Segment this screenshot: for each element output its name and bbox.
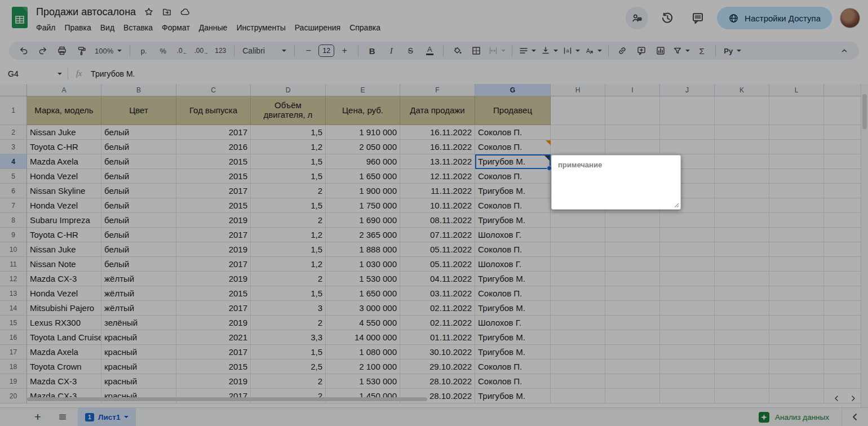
cell-empty[interactable] — [824, 316, 861, 330]
cell-D15[interactable]: 2 — [251, 316, 326, 330]
cell-empty[interactable] — [551, 257, 605, 272]
cell-C5[interactable]: 2015 — [176, 169, 251, 184]
cell-empty[interactable] — [824, 360, 861, 374]
cell-A13[interactable]: Honda Vezel — [27, 286, 101, 301]
cell-empty[interactable] — [824, 213, 861, 228]
cell-empty[interactable] — [715, 184, 769, 198]
cell-F9[interactable]: 07.11.2022 — [400, 228, 475, 242]
font-size-input[interactable]: 12 — [318, 45, 334, 57]
cell-empty[interactable] — [551, 330, 605, 345]
column-header-B[interactable]: B — [101, 84, 176, 96]
cell-empty[interactable] — [551, 360, 605, 374]
cell-G17[interactable]: Тригубов М. — [475, 345, 551, 360]
menu-view[interactable]: Вид — [96, 21, 119, 34]
cell-A8[interactable]: Subaru Impreza — [27, 213, 101, 228]
cell-empty[interactable] — [660, 257, 715, 272]
scroll-right-icon[interactable] — [850, 394, 857, 402]
cell-empty[interactable] — [605, 374, 660, 389]
cell-C20[interactable]: 2017 — [176, 389, 251, 403]
cell-E1[interactable]: Цена, руб. — [326, 96, 400, 125]
cell-empty[interactable] — [660, 125, 715, 140]
increase-decimal-button[interactable]: .00→ — [192, 43, 210, 58]
cell-C8[interactable]: 2019 — [176, 213, 251, 228]
cell-empty[interactable] — [769, 213, 824, 228]
cell-empty[interactable] — [551, 345, 605, 360]
star-icon[interactable] — [144, 7, 154, 17]
comments-icon[interactable] — [687, 7, 709, 29]
cell-E16[interactable]: 14 000 000 — [326, 330, 400, 345]
cell-E19[interactable]: 1 530 000 — [326, 374, 400, 389]
cell-G16[interactable]: Тригубов М. — [475, 330, 551, 345]
cell-B16[interactable]: красный — [101, 330, 176, 345]
cell-empty[interactable] — [769, 360, 824, 374]
cell-G6[interactable]: Тригубов М. — [475, 184, 551, 198]
cell-B9[interactable]: белый — [101, 228, 176, 242]
cell-empty[interactable] — [715, 301, 769, 316]
italic-button[interactable]: I — [382, 43, 400, 58]
cell-empty[interactable] — [769, 140, 824, 154]
borders-button[interactable] — [467, 43, 485, 58]
horizontal-scrollbar[interactable] — [27, 397, 427, 401]
cell-F4[interactable]: 13.11.2022 — [400, 154, 475, 169]
vertical-align-button[interactable] — [539, 43, 560, 58]
cell-F12[interactable]: 04.11.2022 — [400, 272, 475, 286]
cell-empty[interactable] — [769, 389, 824, 403]
print-button[interactable] — [53, 43, 71, 58]
cell-empty[interactable] — [660, 228, 715, 242]
cell-F2[interactable]: 16.11.2022 — [400, 125, 475, 140]
cell-D8[interactable]: 2 — [251, 213, 326, 228]
text-wrap-button[interactable]: a — [561, 43, 582, 58]
cell-C16[interactable]: 2021 — [176, 330, 251, 345]
cell-A9[interactable]: Toyota C-HR — [27, 228, 101, 242]
horizontal-align-button[interactable] — [517, 43, 538, 58]
cell-empty[interactable] — [551, 96, 605, 125]
cell-empty[interactable] — [824, 198, 861, 213]
input-tools-button[interactable]: Ру — [720, 43, 745, 58]
cell-empty[interactable] — [715, 345, 769, 360]
sheets-logo-icon[interactable] — [12, 7, 28, 28]
column-header-D[interactable]: D — [251, 84, 326, 96]
cell-empty[interactable] — [715, 154, 769, 169]
cell-empty[interactable] — [605, 242, 660, 257]
cell-empty[interactable] — [769, 345, 824, 360]
cell-E17[interactable]: 1 080 000 — [326, 345, 400, 360]
cell-E9[interactable]: 2 365 000 — [326, 228, 400, 242]
cell-empty[interactable] — [769, 125, 824, 140]
cell-B6[interactable]: белый — [101, 184, 176, 198]
column-header-A[interactable]: A — [27, 84, 101, 96]
cell-A12[interactable]: Mazda CX-3 — [27, 272, 101, 286]
cell-A4[interactable]: Mazda Axela — [27, 154, 101, 169]
cell-empty[interactable] — [605, 272, 660, 286]
cell-A16[interactable]: Toyota Land Cruiser — [27, 330, 101, 345]
cell-E14[interactable]: 3 000 000 — [326, 301, 400, 316]
row-header-1[interactable]: 1 — [0, 96, 27, 125]
vertical-scrollbar[interactable] — [862, 94, 867, 129]
cell-empty[interactable] — [769, 330, 824, 345]
cell-F14[interactable]: 02.11.2022 — [400, 301, 475, 316]
cell-empty[interactable] — [715, 213, 769, 228]
cell-empty[interactable] — [824, 154, 861, 169]
cell-F5[interactable]: 12.11.2022 — [400, 169, 475, 184]
explore-button[interactable]: Анализ данных — [746, 408, 842, 426]
cell-empty[interactable] — [769, 374, 824, 389]
cell-F11[interactable]: 05.11.2022 — [400, 257, 475, 272]
cell-E2[interactable]: 1 910 000 — [326, 125, 400, 140]
cell-empty[interactable] — [605, 330, 660, 345]
cell-empty[interactable] — [551, 316, 605, 330]
row-header-19[interactable]: 19 — [0, 374, 27, 389]
cell-empty[interactable] — [715, 169, 769, 184]
cell-empty[interactable] — [715, 242, 769, 257]
row-header-16[interactable]: 16 — [0, 330, 27, 345]
cell-E7[interactable]: 1 750 000 — [326, 198, 400, 213]
cell-empty[interactable] — [660, 316, 715, 330]
cell-E18[interactable]: 2 100 000 — [326, 360, 400, 374]
cell-D20[interactable]: 2 — [251, 389, 326, 403]
cell-F19[interactable]: 28.10.2022 — [400, 374, 475, 389]
cloud-saved-icon[interactable] — [180, 7, 191, 17]
scroll-left-icon[interactable] — [833, 394, 840, 402]
cell-E15[interactable]: 4 550 000 — [326, 316, 400, 330]
cell-empty[interactable] — [715, 228, 769, 242]
cell-F10[interactable]: 05.11.2022 — [400, 242, 475, 257]
version-history-icon[interactable] — [656, 7, 679, 29]
cell-G12[interactable]: Тригубов М. — [475, 272, 551, 286]
